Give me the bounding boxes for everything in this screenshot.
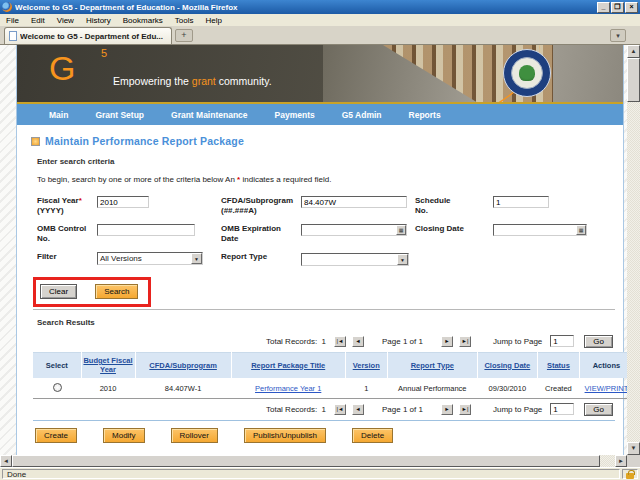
menu-help[interactable]: Help [205, 16, 221, 25]
report-type-select[interactable]: ▼ [301, 253, 409, 266]
view-print-link[interactable]: VIEW/PRINT [585, 384, 627, 393]
search-button[interactable]: Search [95, 284, 138, 299]
tab-welcome-g5[interactable]: Welcome to G5 - Department of Edu... [4, 27, 172, 44]
library-photo [323, 45, 623, 102]
calendar-icon[interactable]: ▦ [576, 225, 586, 235]
nav-grant-maintenance[interactable]: Grant Maintenance [171, 110, 248, 120]
nav-g5-admin[interactable]: G5 Admin [342, 110, 382, 120]
omb-expiration-input[interactable] [301, 224, 407, 236]
lock-icon [626, 473, 634, 479]
nav-payments[interactable]: Payments [275, 110, 315, 120]
status-bar: Done [0, 467, 640, 480]
firefox-icon [2, 2, 12, 12]
vertical-scroll-thumb[interactable] [627, 58, 640, 102]
divider [33, 309, 615, 310]
jump-to-page-label: Jump to Page [493, 405, 542, 414]
filter-select[interactable]: All Versions▼ [97, 252, 203, 265]
cell-cfda: 84.407W-1 [135, 378, 231, 399]
menu-file[interactable]: File [6, 16, 19, 25]
first-page-button[interactable]: |◄ [334, 336, 346, 347]
col-status[interactable]: Status [537, 352, 579, 377]
main-nav: Main Grant Setup Grant Maintenance Payme… [17, 104, 623, 125]
total-records-label: Total Records: 1 [266, 405, 326, 414]
prev-page-button[interactable]: ◄ [352, 404, 364, 415]
calendar-icon[interactable]: ▦ [396, 225, 406, 235]
list-all-tabs-button[interactable]: ▾ [610, 29, 626, 42]
cfda-label: CFDA/Subprogram(##.###A) [221, 196, 301, 215]
new-tab-button[interactable]: + [175, 29, 193, 42]
nav-grant-setup[interactable]: Grant Setup [95, 110, 144, 120]
next-page-button[interactable]: ► [441, 336, 453, 347]
title-bar: Welcome to G5 - Department of Education … [0, 0, 640, 14]
menu-history[interactable]: History [86, 16, 111, 25]
filter-label: Filter [37, 252, 97, 262]
nav-main[interactable]: Main [49, 110, 68, 120]
pagination-top: Total Records: 1 |◄ ◄ Page 1 of 1 ► ►| J… [37, 335, 613, 348]
cfda-input[interactable] [301, 196, 407, 208]
fiscal-year-input[interactable] [97, 196, 149, 208]
col-version[interactable]: Version [345, 352, 387, 377]
last-page-button[interactable]: ►| [459, 404, 471, 415]
search-results-table: Select Budget Fiscal Year CFDA/Subprogra… [33, 352, 627, 399]
create-button[interactable]: Create [35, 428, 77, 443]
scroll-right-icon[interactable]: ► [615, 455, 627, 467]
cell-report-type: Annual Performance [387, 378, 477, 399]
last-page-button[interactable]: ►| [459, 336, 471, 347]
col-cfda-subprogram[interactable]: CFDA/Subprogram [135, 352, 231, 377]
menu-view[interactable]: View [57, 16, 74, 25]
scroll-up-icon[interactable]: ▲ [627, 45, 640, 58]
clear-button[interactable]: Clear [40, 284, 77, 299]
restore-button[interactable]: ❐ [611, 2, 624, 13]
menu-bookmarks[interactable]: Bookmarks [123, 16, 163, 25]
col-budget-fiscal-year[interactable]: Budget Fiscal Year [81, 352, 135, 377]
minimize-button[interactable]: _ [597, 2, 610, 13]
cell-version: 1 [345, 378, 387, 399]
omb-control-input[interactable] [97, 224, 195, 236]
publish-unpublish-button[interactable]: Publish/Unpublish [244, 428, 326, 443]
report-type-label: Report Type [221, 252, 301, 262]
browser-viewport: G 5 Empowering the grant community. Main… [0, 45, 627, 455]
menu-tools[interactable]: Tools [175, 16, 194, 25]
report-package-title-link[interactable]: Performance Year 1 [255, 384, 321, 393]
page-content: G 5 Empowering the grant community. Main… [16, 45, 624, 455]
fiscal-year-label: Fiscal Year*(YYYY) [37, 196, 97, 215]
horizontal-scrollbar[interactable]: ◄ ► [0, 455, 627, 467]
firefox-window: Welcome to G5 - Department of Education … [0, 0, 640, 480]
scroll-left-icon[interactable]: ◄ [0, 455, 12, 467]
menu-edit[interactable]: Edit [31, 16, 45, 25]
horizontal-scroll-thumb[interactable] [12, 455, 600, 467]
window-title: Welcome to G5 - Department of Education … [15, 3, 597, 12]
closing-date-input[interactable] [493, 224, 587, 236]
jump-to-page-input[interactable] [550, 335, 574, 347]
first-page-button[interactable]: |◄ [334, 404, 346, 415]
col-report-type[interactable]: Report Type [387, 352, 477, 377]
modify-button[interactable]: Modify [103, 428, 145, 443]
chevron-down-icon[interactable]: ▼ [397, 254, 408, 265]
prev-page-button[interactable]: ◄ [352, 336, 364, 347]
rollover-button[interactable]: Rollover [171, 428, 218, 443]
main-panel: Maintain Performance Report Package Ente… [17, 125, 623, 443]
pagination-bottom: Total Records: 1 |◄ ◄ Page 1 of 1 ► ►| J… [37, 403, 613, 416]
go-button[interactable]: Go [584, 335, 613, 348]
close-button[interactable]: × [625, 2, 638, 13]
delete-button[interactable]: Delete [352, 428, 393, 443]
nav-reports[interactable]: Reports [409, 110, 441, 120]
omb-control-label: OMB ControlNo. [37, 224, 97, 243]
schedule-input[interactable] [493, 196, 549, 208]
col-closing-date[interactable]: Closing Date [477, 352, 537, 377]
next-page-button[interactable]: ► [441, 404, 453, 415]
closing-date-label: Closing Date [415, 224, 493, 234]
go-button[interactable]: Go [584, 403, 613, 416]
scroll-down-icon[interactable]: ▼ [627, 442, 640, 455]
col-report-package-title[interactable]: Report Package Title [231, 352, 345, 377]
g5-logo: G [49, 51, 75, 85]
page-indicator: Page 1 of 1 [382, 337, 423, 346]
row-select-radio[interactable] [53, 383, 62, 392]
cell-status: Created [537, 378, 579, 399]
vertical-scrollbar[interactable]: ▲ ▼ [627, 45, 640, 455]
jump-to-page-input[interactable] [550, 403, 574, 415]
tab-strip: Welcome to G5 - Department of Edu... + ▾ [0, 27, 640, 45]
chevron-down-icon[interactable]: ▼ [191, 253, 202, 264]
total-records-label: Total Records: 1 [266, 337, 326, 346]
table-header-row: Select Budget Fiscal Year CFDA/Subprogra… [33, 352, 627, 377]
